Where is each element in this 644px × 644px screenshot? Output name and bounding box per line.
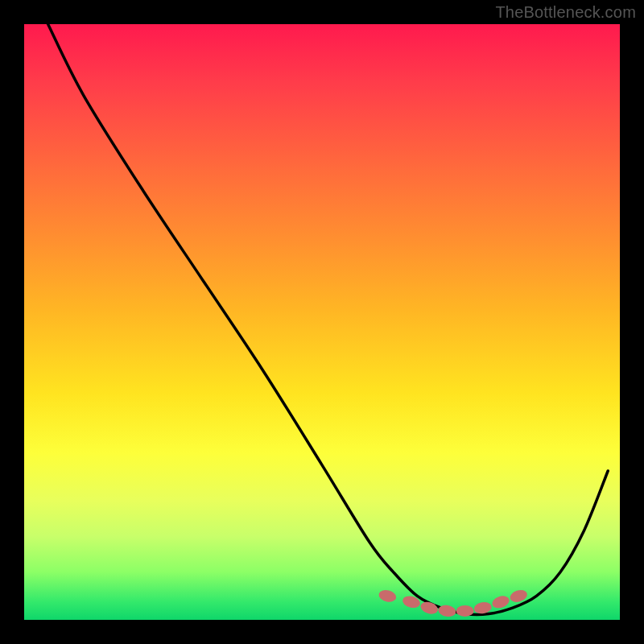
watermark-label: TheBottleneck.com <box>495 3 636 22</box>
highlight-marker <box>456 605 474 617</box>
highlight-marker <box>437 604 456 617</box>
chart-frame: TheBottleneck.com <box>0 0 644 644</box>
highlight-marker <box>490 594 510 610</box>
highlight-marker <box>419 600 440 616</box>
curve-svg <box>24 24 620 620</box>
highlight-marker <box>378 588 398 604</box>
highlight-markers <box>378 588 529 617</box>
plot-area <box>24 24 620 620</box>
bottleneck-curve-path <box>48 24 609 615</box>
